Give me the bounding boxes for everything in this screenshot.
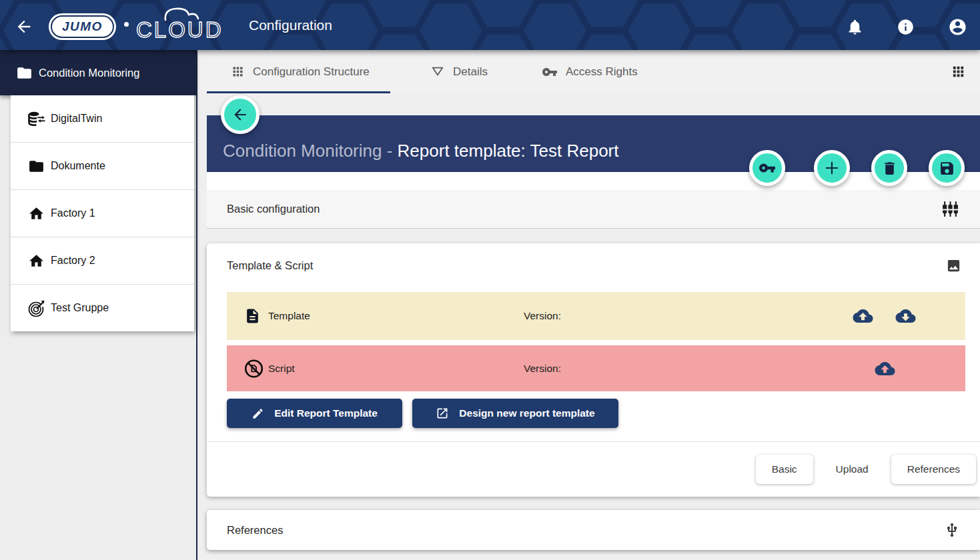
back-arrow-icon[interactable] [15,17,33,36]
row-label: Template [268,310,310,322]
sidebar-item-test-gruppe[interactable]: Test Gruppe [11,285,194,331]
sidebar-item-factory-1[interactable]: Factory 1 [11,190,194,237]
sidebar-item-digitaltwin[interactable]: DigitalTwin [11,95,194,143]
access-rights-fab-button[interactable] [749,150,785,186]
sidebar-item-label: Test Gruppe [51,285,109,331]
sidebar-header-label: Condition Monitoring [39,50,139,95]
add-icon [823,159,841,177]
home-icon [28,205,45,222]
edit-report-template-button[interactable]: Edit Report Template [227,399,402,428]
save-icon [939,160,955,177]
database-sync-icon [28,111,45,127]
template-row: Template Version: [227,292,965,340]
sidebar-item-factory-2[interactable]: Factory 2 [11,237,194,285]
image-icon[interactable] [946,258,961,273]
banner-title: Condition Monitoring - Report template: … [223,141,618,161]
grid-apps-icon [231,65,245,79]
logo-separator-dot [124,22,129,27]
svg-text:CLOUD: CLOUD [136,17,223,42]
button-label: Edit Report Template [274,407,378,419]
sidebar-item-label: Factory 1 [51,190,95,237]
add-fab-button[interactable] [814,150,850,186]
banner-breadcrumb: Condition Monitoring - [223,141,398,161]
jumo-logo: JUMO [51,15,114,38]
usb-icon [944,522,960,538]
tab-label: Access Rights [566,65,638,79]
references-panel[interactable]: References [207,510,980,550]
sidebar-header-condition-monitoring[interactable]: Condition Monitoring [0,50,196,95]
tab-details[interactable]: Details [430,50,488,93]
tab-access-rights[interactable]: Access Rights [542,50,638,93]
tab-label: Details [453,65,488,79]
key-icon [542,64,558,80]
design-new-report-template-button[interactable]: Design new report template [412,399,618,428]
delete-icon [881,160,898,177]
row-label: Script [268,363,295,375]
basic-configuration-panel[interactable]: Basic configuration [207,190,980,229]
tab-bar: Configuration Structure Details Access R… [197,50,980,93]
button-label: Design new report template [459,407,594,419]
funnel-icon [430,65,445,79]
template-script-card: Template & Script Template Version: [207,243,980,497]
cloud-download-icon[interactable] [895,308,917,325]
sidebar-item-label: DigitalTwin [51,95,102,142]
target-icon [28,300,45,317]
banner-footer-strip [207,172,980,190]
folder-icon [28,158,45,175]
card-title: Template & Script [227,259,313,272]
cloud-logo: CLOUD [133,5,233,45]
top-app-bar: JUMO CLOUD Configuration [0,0,980,50]
notifications-bell-icon[interactable] [846,18,864,36]
panel-label: References [227,510,283,550]
account-icon[interactable] [948,17,967,37]
home-icon [28,253,45,269]
grid-apps-icon[interactable] [951,64,966,79]
version-label: Version: [524,310,561,322]
open-in-new-icon [436,407,449,420]
info-icon[interactable] [897,18,915,36]
key-icon [759,159,776,177]
sidebar-item-label: Dokumente [51,143,105,189]
toggle-basic[interactable]: Basic [756,455,813,484]
cloud-upload-icon[interactable] [874,360,896,377]
version-label: Version: [524,363,561,375]
sidebar-item-label: Factory 2 [51,237,95,284]
panel-label: Basic configuration [227,190,320,228]
sidebar-item-dokumente[interactable]: Dokumente [11,143,194,190]
detail-banner: Condition Monitoring - Report template: … [207,115,980,172]
toggle-upload[interactable]: Upload [832,455,873,484]
save-fab-button[interactable] [929,150,965,186]
script-disabled-icon [244,359,264,378]
tab-configuration-structure[interactable]: Configuration Structure [231,50,370,93]
card-divider [207,441,980,442]
toggle-references[interactable]: References [891,455,976,484]
edit-pencil-icon [252,407,264,420]
back-fab-button[interactable] [221,95,260,134]
banner-report-title: Report template: Test Report [398,141,619,161]
page-title: Configuration [249,0,332,50]
back-arrow-icon [231,106,249,123]
document-icon [244,308,261,325]
script-row: Script Version: [227,345,965,391]
cloud-upload-icon[interactable] [852,308,874,325]
view-toggle-group: Basic Upload References [756,454,976,485]
tab-label: Configuration Structure [253,65,370,79]
delete-fab-button[interactable] [871,150,907,186]
main-content: Configuration Structure Details Access R… [197,50,980,560]
folder-icon [16,65,33,81]
active-tab-underline [207,91,390,93]
input-component-icon [942,201,959,217]
sidebar-items-card: DigitalTwin Dokumente Factory 1 Factory … [11,95,194,331]
navigation-sidebar: Condition Monitoring DigitalTwin Dokumen… [0,50,197,560]
